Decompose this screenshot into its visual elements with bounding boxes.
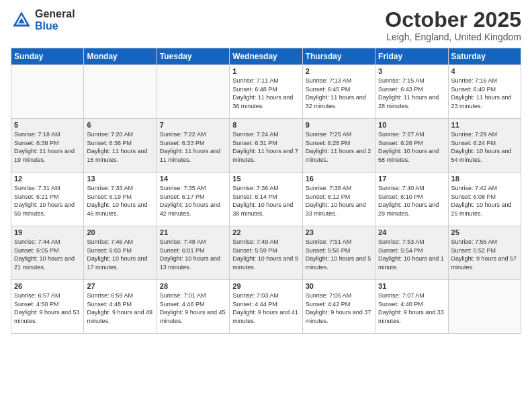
day-info: Sunrise: 7:35 AM Sunset: 6:17 PM Dayligh… <box>160 184 226 218</box>
calendar-cell <box>11 65 84 119</box>
day-info: Sunrise: 7:15 AM Sunset: 6:43 PM Dayligh… <box>378 77 445 110</box>
day-info: Sunrise: 7:27 AM Sunset: 6:26 PM Dayligh… <box>378 130 445 164</box>
calendar-cell: 6Sunrise: 7:20 AM Sunset: 6:36 PM Daylig… <box>84 119 157 173</box>
calendar-cell: 14Sunrise: 7:35 AM Sunset: 6:17 PM Dayli… <box>157 173 229 226</box>
day-number: 14 <box>160 175 226 183</box>
calendar-cell: 9Sunrise: 7:25 AM Sunset: 6:28 PM Daylig… <box>302 119 375 173</box>
page: General Blue October 2025 Leigh, England… <box>0 0 532 411</box>
day-info: Sunrise: 6:57 AM Sunset: 4:50 PM Dayligh… <box>14 291 81 325</box>
location: Leigh, England, United Kingdom <box>385 32 521 42</box>
calendar-cell: 10Sunrise: 7:27 AM Sunset: 6:26 PM Dayli… <box>375 119 448 173</box>
day-number: 29 <box>232 282 299 290</box>
day-number: 30 <box>306 282 372 290</box>
day-info: Sunrise: 7:42 AM Sunset: 6:08 PM Dayligh… <box>451 184 518 218</box>
day-number: 15 <box>232 175 299 183</box>
calendar-cell: 11Sunrise: 7:29 AM Sunset: 6:24 PM Dayli… <box>448 119 521 173</box>
logo-icon <box>11 9 32 31</box>
day-info: Sunrise: 7:07 AM Sunset: 4:40 PM Dayligh… <box>378 291 445 325</box>
day-info: Sunrise: 7:53 AM Sunset: 5:54 PM Dayligh… <box>378 238 445 271</box>
day-info: Sunrise: 7:03 AM Sunset: 4:44 PM Dayligh… <box>232 291 299 325</box>
calendar-cell: 17Sunrise: 7:40 AM Sunset: 6:10 PM Dayli… <box>375 173 448 226</box>
calendar-cell: 15Sunrise: 7:36 AM Sunset: 6:14 PM Dayli… <box>230 173 302 226</box>
calendar-cell: 21Sunrise: 7:48 AM Sunset: 6:01 PM Dayli… <box>157 226 229 280</box>
day-number: 16 <box>306 175 372 183</box>
day-info: Sunrise: 7:40 AM Sunset: 6:10 PM Dayligh… <box>378 184 445 218</box>
day-info: Sunrise: 7:36 AM Sunset: 6:14 PM Dayligh… <box>232 184 299 218</box>
col-thursday: Thursday <box>302 48 375 65</box>
day-number: 10 <box>378 121 445 129</box>
day-number: 7 <box>160 121 226 129</box>
calendar-cell: 20Sunrise: 7:46 AM Sunset: 6:03 PM Dayli… <box>84 226 157 280</box>
calendar-week-row: 26Sunrise: 6:57 AM Sunset: 4:50 PM Dayli… <box>11 280 521 334</box>
day-info: Sunrise: 7:25 AM Sunset: 6:28 PM Dayligh… <box>306 130 372 164</box>
calendar-cell: 8Sunrise: 7:24 AM Sunset: 6:31 PM Daylig… <box>230 119 302 173</box>
calendar-cell: 2Sunrise: 7:13 AM Sunset: 6:45 PM Daylig… <box>302 65 375 119</box>
day-number: 19 <box>14 228 81 236</box>
day-number: 9 <box>306 121 372 129</box>
calendar-cell: 4Sunrise: 7:16 AM Sunset: 6:40 PM Daylig… <box>448 65 521 119</box>
day-number: 18 <box>451 175 518 183</box>
calendar-cell: 24Sunrise: 7:53 AM Sunset: 5:54 PM Dayli… <box>375 226 448 280</box>
col-wednesday: Wednesday <box>230 48 302 65</box>
day-info: Sunrise: 7:48 AM Sunset: 6:01 PM Dayligh… <box>160 238 226 271</box>
col-friday: Friday <box>375 48 448 65</box>
calendar-week-row: 19Sunrise: 7:44 AM Sunset: 6:05 PM Dayli… <box>11 226 521 280</box>
day-info: Sunrise: 7:16 AM Sunset: 6:40 PM Dayligh… <box>451 77 518 110</box>
calendar-cell: 5Sunrise: 7:18 AM Sunset: 6:38 PM Daylig… <box>11 119 84 173</box>
calendar-cell <box>157 65 229 119</box>
day-number: 27 <box>87 282 153 290</box>
day-number: 21 <box>160 228 226 236</box>
logo-general-text: General <box>35 8 75 20</box>
day-number: 20 <box>87 228 153 236</box>
day-info: Sunrise: 7:38 AM Sunset: 6:12 PM Dayligh… <box>306 184 372 218</box>
day-info: Sunrise: 7:31 AM Sunset: 6:21 PM Dayligh… <box>14 184 81 218</box>
calendar-cell: 16Sunrise: 7:38 AM Sunset: 6:12 PM Dayli… <box>302 173 375 226</box>
logo-blue-text: Blue <box>35 20 75 32</box>
calendar-cell: 31Sunrise: 7:07 AM Sunset: 4:40 PM Dayli… <box>375 280 448 334</box>
day-info: Sunrise: 7:20 AM Sunset: 6:36 PM Dayligh… <box>87 130 153 164</box>
day-info: Sunrise: 7:01 AM Sunset: 4:46 PM Dayligh… <box>160 291 226 325</box>
calendar-week-row: 1Sunrise: 7:11 AM Sunset: 6:48 PM Daylig… <box>11 65 521 119</box>
calendar-cell: 12Sunrise: 7:31 AM Sunset: 6:21 PM Dayli… <box>11 173 84 226</box>
calendar-cell: 13Sunrise: 7:33 AM Sunset: 6:19 PM Dayli… <box>84 173 157 226</box>
logo: General Blue <box>11 8 75 32</box>
day-number: 25 <box>451 228 518 236</box>
col-monday: Monday <box>84 48 157 65</box>
calendar-cell: 27Sunrise: 6:59 AM Sunset: 4:48 PM Dayli… <box>84 280 157 334</box>
month-title: October 2025 <box>385 8 521 32</box>
col-sunday: Sunday <box>11 48 84 65</box>
calendar-week-row: 12Sunrise: 7:31 AM Sunset: 6:21 PM Dayli… <box>11 173 521 226</box>
calendar-cell: 30Sunrise: 7:05 AM Sunset: 4:42 PM Dayli… <box>302 280 375 334</box>
day-info: Sunrise: 7:44 AM Sunset: 6:05 PM Dayligh… <box>14 238 81 271</box>
day-number: 1 <box>232 67 299 75</box>
day-info: Sunrise: 6:59 AM Sunset: 4:48 PM Dayligh… <box>87 291 153 325</box>
calendar-cell: 25Sunrise: 7:55 AM Sunset: 5:52 PM Dayli… <box>448 226 521 280</box>
col-saturday: Saturday <box>448 48 521 65</box>
day-number: 13 <box>87 175 153 183</box>
calendar-header-row: Sunday Monday Tuesday Wednesday Thursday… <box>11 48 521 65</box>
day-info: Sunrise: 7:29 AM Sunset: 6:24 PM Dayligh… <box>451 130 518 164</box>
day-number: 11 <box>451 121 518 129</box>
day-number: 5 <box>14 121 81 129</box>
calendar-cell: 1Sunrise: 7:11 AM Sunset: 6:48 PM Daylig… <box>230 65 302 119</box>
col-tuesday: Tuesday <box>157 48 229 65</box>
day-info: Sunrise: 7:51 AM Sunset: 5:56 PM Dayligh… <box>306 238 372 271</box>
day-number: 4 <box>451 67 518 75</box>
calendar-cell: 29Sunrise: 7:03 AM Sunset: 4:44 PM Dayli… <box>230 280 302 334</box>
day-number: 3 <box>378 67 445 75</box>
day-info: Sunrise: 7:49 AM Sunset: 5:59 PM Dayligh… <box>232 238 299 271</box>
day-info: Sunrise: 7:33 AM Sunset: 6:19 PM Dayligh… <box>87 184 153 218</box>
day-info: Sunrise: 7:24 AM Sunset: 6:31 PM Dayligh… <box>232 130 299 164</box>
day-info: Sunrise: 7:05 AM Sunset: 4:42 PM Dayligh… <box>306 291 372 325</box>
day-info: Sunrise: 7:46 AM Sunset: 6:03 PM Dayligh… <box>87 238 153 271</box>
calendar-cell: 22Sunrise: 7:49 AM Sunset: 5:59 PM Dayli… <box>230 226 302 280</box>
day-number: 24 <box>378 228 445 236</box>
day-number: 2 <box>306 67 372 75</box>
calendar: Sunday Monday Tuesday Wednesday Thursday… <box>11 48 521 334</box>
day-number: 31 <box>378 282 445 290</box>
day-info: Sunrise: 7:55 AM Sunset: 5:52 PM Dayligh… <box>451 238 518 271</box>
calendar-cell: 28Sunrise: 7:01 AM Sunset: 4:46 PM Dayli… <box>157 280 229 334</box>
calendar-cell: 3Sunrise: 7:15 AM Sunset: 6:43 PM Daylig… <box>375 65 448 119</box>
day-number: 8 <box>232 121 299 129</box>
day-info: Sunrise: 7:22 AM Sunset: 6:33 PM Dayligh… <box>160 130 226 164</box>
